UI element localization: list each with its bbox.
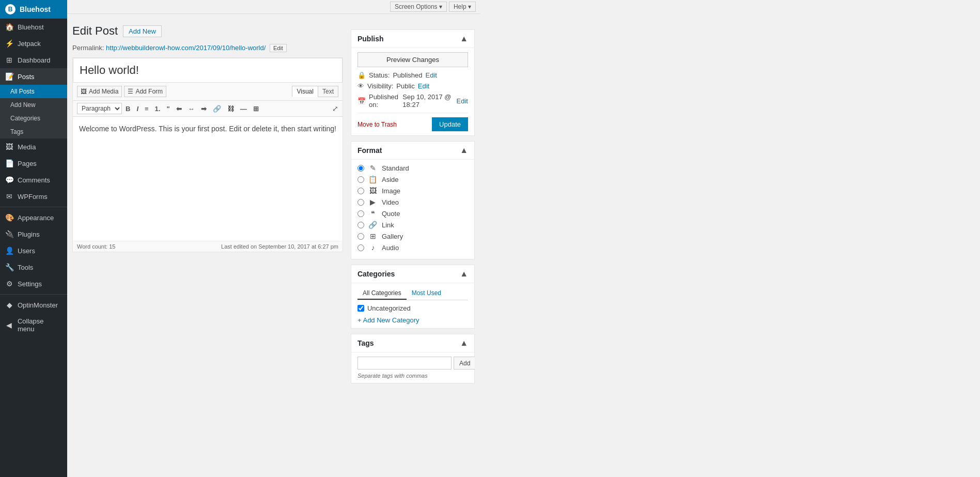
publish-box-header[interactable]: Publish ▲ (351, 30, 474, 48)
expand-button[interactable]: ⤢ (332, 104, 338, 113)
format-image[interactable]: 🖼 Image (357, 187, 468, 195)
format-link-radio[interactable] (357, 222, 364, 228)
format-image-radio[interactable] (357, 188, 364, 194)
sidebar-item-wpforms[interactable]: ✉ WPForms (0, 188, 67, 205)
sidebar-item-bluehost[interactable]: 🏠 Bluehost (0, 19, 67, 35)
italic-button[interactable]: I (134, 104, 141, 114)
layout-inner: Edit Post Add New Permalink: http://webb… (67, 14, 480, 477)
sidebar-label-bluehost: Bluehost (18, 23, 44, 31)
sidebar-item-plugins[interactable]: 🔌 Plugins (0, 226, 67, 242)
text-tab[interactable]: Text (318, 86, 338, 97)
update-button[interactable]: Update (432, 117, 468, 131)
format-image-icon: 🖼 (368, 187, 378, 195)
sidebar-item-add-new[interactable]: Add New (0, 98, 67, 112)
tags-hint: Separate tags with commas (357, 373, 468, 379)
unordered-list-button[interactable]: ≡ (142, 104, 151, 114)
tags-box-header[interactable]: Tags ▲ (351, 334, 474, 352)
permalink-bar: Permalink: http://webbuilderowl-how.com/… (72, 44, 343, 52)
format-video[interactable]: ▶ Video (357, 198, 468, 206)
align-right-button[interactable]: ➡ (198, 104, 209, 114)
permalink-edit-button[interactable]: Edit (270, 44, 287, 52)
publish-box-title: Publish (357, 35, 384, 43)
sidebar-item-media[interactable]: 🖼 Media (0, 139, 67, 155)
unlink-button[interactable]: ⛓ (225, 104, 237, 114)
format-standard-radio[interactable] (357, 165, 364, 172)
format-aside-radio[interactable] (357, 176, 364, 183)
format-quote-radio[interactable] (357, 210, 364, 217)
sidebar-item-dashboard[interactable]: ⊞ Dashboard (0, 52, 67, 68)
all-categories-tab[interactable]: All Categories (357, 287, 407, 300)
table-button[interactable]: ⊞ (251, 104, 261, 114)
ordered-list-button[interactable]: 1. (152, 104, 163, 114)
add-new-category-link[interactable]: + Add New Category (357, 316, 419, 324)
format-audio[interactable]: ♪ Audio (357, 243, 468, 252)
add-form-button[interactable]: ☰ Add Form (124, 86, 166, 97)
sidebar-item-appearance[interactable]: 🎨 Appearance (0, 209, 67, 226)
category-item-uncategorized: Uncategorized (357, 304, 468, 312)
sidebar-item-comments[interactable]: 💬 Comments (0, 172, 67, 188)
link-button[interactable]: 🔗 (210, 104, 224, 114)
format-audio-radio[interactable] (357, 244, 364, 251)
add-new-button[interactable]: Add New (123, 25, 162, 37)
screen-options-button[interactable]: Screen Options ▾ (390, 2, 447, 12)
publish-box-content: Preview Changes 🔒 Status: Published Edit… (351, 48, 474, 135)
format-audio-icon: ♪ (368, 243, 378, 252)
sidebar-item-pages[interactable]: 📄 Pages (0, 155, 67, 172)
post-content[interactable]: Welcome to WordPress. This is your first… (79, 123, 336, 134)
sidebar-item-all-posts[interactable]: All Posts (0, 85, 67, 98)
sidebar-item-jetpack[interactable]: ⚡ Jetpack (0, 35, 67, 52)
uncategorized-checkbox[interactable] (357, 305, 364, 312)
permalink-url[interactable]: http://webbuilderowl-how.com/2017/09/10/… (106, 44, 266, 52)
category-tabs: All Categories Most Used (357, 287, 468, 300)
format-box-header[interactable]: Format ▲ (351, 142, 474, 160)
bold-button[interactable]: B (123, 104, 133, 114)
sidebar-item-optinmonster[interactable]: ◆ OptinMonster (0, 297, 67, 313)
sidebar-label-dashboard: Dashboard (18, 56, 51, 64)
preview-changes-button[interactable]: Preview Changes (357, 52, 468, 67)
paragraph-select[interactable]: Paragraph (77, 103, 122, 114)
post-title-input[interactable] (73, 58, 343, 83)
permalink-label: Permalink: (72, 44, 104, 52)
publish-visibility-row: 👁 Visibility: Public Edit (357, 82, 468, 90)
help-button[interactable]: Help ▾ (449, 2, 476, 12)
align-center-button[interactable]: ↔ (185, 104, 197, 114)
plugins-icon: 🔌 (5, 230, 13, 238)
sidebar-item-categories[interactable]: Categories (0, 112, 67, 125)
align-left-button[interactable]: ⬅ (174, 104, 184, 114)
tags-input[interactable] (357, 357, 452, 370)
blockquote-button[interactable]: " (164, 104, 172, 114)
format-gallery-radio[interactable] (357, 233, 364, 240)
status-edit-link[interactable]: Edit (426, 71, 437, 79)
tags-box-title: Tags (357, 339, 374, 347)
format-link[interactable]: 🔗 Link (357, 221, 468, 229)
visual-tab[interactable]: Visual (292, 86, 317, 97)
sidebar-item-tags[interactable]: Tags (0, 125, 67, 139)
move-to-trash-link[interactable]: Move to Trash (357, 121, 397, 128)
sidebar-item-users[interactable]: 👤 Users (0, 242, 67, 259)
published-edit-link[interactable]: Edit (457, 97, 468, 105)
format-audio-label: Audio (382, 244, 399, 252)
format-quote[interactable]: ❝ Quote (357, 209, 468, 218)
tags-box: Tags ▲ Add Separate tags with commas (351, 334, 475, 383)
sidebar-item-settings[interactable]: ⚙ Settings (0, 275, 67, 292)
format-standard[interactable]: ✎ Standard (357, 164, 468, 172)
categories-box-content: All Categories Most Used Uncategorized +… (351, 283, 474, 328)
logo-icon: B (5, 4, 15, 14)
sidebar-item-collapse[interactable]: ◀ Collapse menu (0, 313, 67, 337)
add-media-button[interactable]: 🖼 Add Media (77, 86, 122, 97)
sidebar-logo[interactable]: B Bluehost (0, 0, 67, 19)
editor-content[interactable]: Welcome to WordPress. This is your first… (73, 117, 343, 241)
format-gallery[interactable]: ⊞ Gallery (357, 232, 468, 240)
horizontal-rule-button[interactable]: — (238, 104, 250, 114)
tags-label: Tags (10, 128, 23, 135)
sidebar-item-tools[interactable]: 🔧 Tools (0, 259, 67, 275)
format-video-radio[interactable] (357, 199, 364, 206)
visibility-edit-link[interactable]: Edit (418, 82, 429, 90)
most-used-tab[interactable]: Most Used (407, 287, 446, 300)
categories-box-header[interactable]: Categories ▲ (351, 265, 474, 283)
sidebar-item-posts[interactable]: 📝 Posts (0, 68, 67, 85)
categories-label: Categories (10, 115, 40, 122)
tags-add-button[interactable]: Add (454, 357, 475, 370)
format-aside[interactable]: 📋 Aside (357, 175, 468, 183)
format-video-icon: ▶ (368, 198, 378, 206)
